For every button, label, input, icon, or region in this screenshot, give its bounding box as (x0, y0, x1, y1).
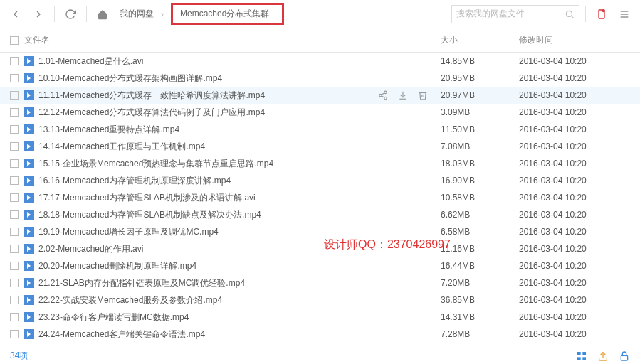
row-checkbox[interactable] (10, 210, 19, 219)
table-row[interactable]: 2.02-Memcached的作用.avi11.16MB2016-03-04 1… (0, 240, 640, 257)
row-checkbox[interactable] (10, 91, 19, 100)
file-mtime: 2016-03-04 10:20 (519, 193, 640, 203)
row-checkbox[interactable] (10, 228, 19, 236)
breadcrumb-root[interactable]: 我的网盘 (120, 8, 154, 20)
search-icon (565, 9, 575, 19)
row-checkbox[interactable] (10, 142, 19, 151)
file-name: 24.24-Memcached客户端关键命令语法.mp4 (38, 328, 205, 341)
back-button[interactable] (6, 4, 26, 24)
table-row[interactable]: 10.10-Memcached分布式缓存架构画图详解.mp420.95MB201… (0, 70, 640, 87)
row-checkbox[interactable] (10, 125, 19, 134)
row-checkbox[interactable] (10, 108, 19, 117)
row-checkbox[interactable] (10, 262, 19, 270)
row-checkbox[interactable] (10, 57, 19, 65)
file-mtime: 2016-03-04 10:20 (519, 312, 640, 322)
file-name-cell: 17.17-Memcached内存管理SLAB机制涉及的术语讲解.avi (24, 192, 441, 204)
file-size: 3.09MB (441, 107, 519, 117)
file-name: 1.01-Memcached是什么.avi (38, 55, 143, 68)
file-size: 36.85MB (441, 295, 519, 305)
lock-icon[interactable] (619, 350, 630, 362)
search-input[interactable]: 搜索我的网盘文件 (451, 5, 579, 23)
svg-line-10 (382, 93, 384, 95)
video-icon (24, 141, 34, 151)
file-size: 14.31MB (441, 312, 519, 322)
svg-point-8 (379, 94, 382, 97)
table-row[interactable]: 23.23-命令行客户端读写删MC数据.mp414.31MB2016-03-04… (0, 309, 640, 326)
file-name: 20.20-Memcached删除机制原理详解.mp4 (38, 260, 196, 272)
file-size: 7.20MB (441, 278, 519, 288)
file-name: 15.15-企业场景Memcached预热理念与集群节点重启思路.mp4 (38, 158, 273, 170)
separator (585, 6, 586, 22)
table-row[interactable]: 14.14-Memcached工作原理与工作机制.mp47.08MB2016-0… (0, 138, 640, 155)
row-checkbox[interactable] (10, 245, 19, 253)
home-button[interactable] (93, 4, 112, 24)
table-row[interactable]: 12.12-Memcached分布式缓存算法代码例子及门户应用.mp43.09M… (0, 104, 640, 121)
row-checkbox[interactable] (10, 296, 19, 304)
video-icon (24, 278, 34, 288)
breadcrumb: 我的网盘 › Memcached分布式集群 (115, 4, 448, 24)
row-checkbox[interactable] (10, 193, 19, 202)
file-name-cell: 11.11-Memcached分布式缓存一致性哈希调度算法讲解.mp4 (24, 90, 378, 102)
svg-rect-21 (621, 355, 627, 360)
table-row[interactable]: 13.13-Memcached重要特点详解.mp411.50MB2016-03-… (0, 121, 640, 138)
file-mtime: 2016-03-04 10:20 (519, 141, 640, 151)
svg-point-3 (602, 9, 605, 12)
file-mtime: 2016-03-04 10:20 (519, 176, 640, 186)
grid-view-icon[interactable] (576, 350, 587, 362)
file-name: 23.23-命令行客户端读写删MC数据.mp4 (38, 311, 189, 323)
row-checkbox[interactable] (10, 313, 19, 321)
table-row[interactable]: 24.24-Memcached客户端关键命令语法.mp47.28MB2016-0… (0, 326, 640, 343)
row-checkbox[interactable] (10, 279, 19, 287)
file-mtime: 2016-03-04 10:20 (519, 73, 640, 83)
svg-rect-17 (582, 352, 586, 355)
trash-icon[interactable] (418, 90, 428, 100)
forward-button[interactable] (28, 4, 48, 24)
table-row[interactable]: 15.15-企业场景Memcached预热理念与集群节点重启思路.mp418.0… (0, 155, 640, 172)
table-row[interactable]: 18.18-Memcached内存管理SLAB机制缺点及解决办法.mp46.62… (0, 206, 640, 223)
file-name: 18.18-Memcached内存管理SLAB机制缺点及解决办法.mp4 (38, 209, 261, 221)
video-icon (24, 227, 34, 237)
col-size[interactable]: 大小 (441, 34, 519, 46)
file-size: 20.95MB (441, 73, 519, 83)
row-checkbox[interactable] (10, 330, 19, 338)
table-row[interactable]: 17.17-Memcached内存管理SLAB机制涉及的术语讲解.avi10.5… (0, 189, 640, 206)
list-view-button[interactable] (614, 4, 634, 24)
file-name: 22.22-实战安装Memcached服务及参数介绍.mp4 (38, 294, 222, 306)
svg-line-1 (572, 16, 574, 18)
transfer-button[interactable] (592, 4, 612, 24)
file-name-cell: 21.21-SLAB内存分配指针链表原理及MC调优经验.mp4 (24, 277, 441, 289)
table-row[interactable]: 11.11-Memcached分布式缓存一致性哈希调度算法讲解.mp420.97… (0, 87, 640, 104)
share-icon[interactable] (378, 90, 388, 100)
file-size: 7.28MB (441, 329, 519, 339)
table-row[interactable]: 16.16-Memcached内存管理机制原理深度讲解.mp416.90MB20… (0, 172, 640, 189)
file-mtime: 2016-03-04 10:20 (519, 107, 640, 117)
file-size: 6.62MB (441, 210, 519, 220)
file-name-cell: 12.12-Memcached分布式缓存算法代码例子及门户应用.mp4 (24, 107, 441, 119)
file-name-cell: 15.15-企业场景Memcached预热理念与集群节点重启思路.mp4 (24, 158, 441, 170)
file-list: 设计师QQ：2370426997 1.01-Memcached是什么.avi14… (0, 53, 640, 343)
video-icon (24, 159, 34, 168)
col-mtime[interactable]: 修改时间 (519, 34, 640, 46)
row-checkbox[interactable] (10, 74, 19, 82)
row-checkbox[interactable] (10, 176, 19, 185)
table-row[interactable]: 21.21-SLAB内存分配指针链表原理及MC调优经验.mp47.20MB201… (0, 274, 640, 291)
table-row[interactable]: 22.22-实战安装Memcached服务及参数介绍.mp436.85MB201… (0, 291, 640, 309)
table-row[interactable]: 1.01-Memcached是什么.avi14.85MB2016-03-04 1… (0, 53, 640, 70)
upload-icon[interactable] (597, 350, 609, 362)
file-mtime: 2016-03-04 10:20 (519, 295, 640, 305)
video-icon (24, 244, 34, 254)
row-checkbox[interactable] (10, 159, 19, 168)
breadcrumb-current[interactable]: Memcached分布式集群 (171, 3, 284, 25)
table-row[interactable]: 20.20-Memcached删除机制原理详解.mp416.44MB2016-0… (0, 257, 640, 274)
refresh-button[interactable] (61, 4, 80, 24)
download-icon[interactable] (398, 90, 408, 100)
file-name-cell: 20.20-Memcached删除机制原理详解.mp4 (24, 260, 441, 272)
file-size: 18.03MB (441, 159, 519, 168)
item-count: 34项 (10, 350, 28, 362)
svg-rect-16 (577, 352, 581, 355)
file-mtime: 2016-03-04 10:20 (519, 159, 640, 168)
file-name: 11.11-Memcached分布式缓存一致性哈希调度算法讲解.mp4 (38, 90, 265, 102)
table-row[interactable]: 19.19-Memcached增长因子原理及调优MC.mp46.58MB2016… (0, 223, 640, 240)
col-name[interactable]: 文件名 (24, 34, 441, 46)
select-all-checkbox[interactable] (10, 36, 19, 45)
